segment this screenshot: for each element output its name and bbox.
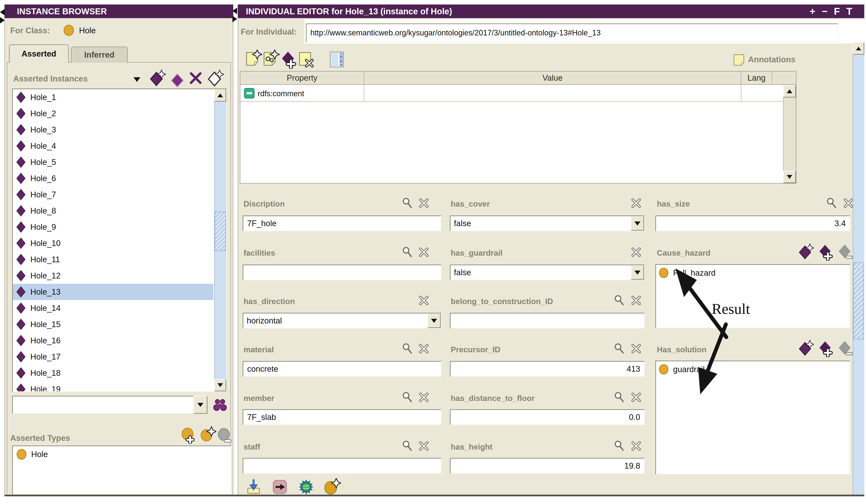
search-icon[interactable] — [401, 342, 413, 355]
column-header-property[interactable]: Property — [240, 71, 364, 84]
create-class-icon[interactable] — [324, 478, 341, 495]
list-item[interactable]: Hole_5 — [13, 154, 213, 170]
search-icon[interactable] — [401, 197, 413, 209]
delete-field-icon[interactable] — [630, 197, 642, 209]
has-size-input[interactable] — [655, 216, 850, 231]
individual-uri-input[interactable] — [306, 23, 838, 42]
list-item[interactable]: Hole_7 — [13, 186, 213, 203]
search-icon[interactable] — [613, 294, 625, 306]
delete-instance-icon[interactable] — [189, 71, 202, 85]
delete-field-icon[interactable] — [418, 440, 430, 452]
dropdown-button[interactable] — [428, 313, 441, 328]
list-item[interactable]: Hole_14 — [13, 300, 213, 316]
copy-instance-icon[interactable] — [208, 70, 224, 87]
delete-field-icon[interactable] — [630, 246, 642, 258]
list-item[interactable]: Hole_1 — [13, 89, 213, 105]
splitter-collapse-icon[interactable] — [232, 8, 237, 14]
instance-search-dropdown-button[interactable] — [193, 396, 208, 414]
list-item[interactable]: Hole_11 — [13, 251, 213, 267]
create-individual-icon[interactable] — [245, 49, 262, 68]
splitter-expand-icon[interactable] — [232, 16, 237, 22]
precursor-id-input[interactable] — [450, 361, 645, 377]
has-guardrail-select[interactable]: false — [450, 265, 645, 280]
list-item[interactable]: Hole_19 — [13, 381, 213, 392]
add-type-sparkle-icon[interactable] — [200, 426, 216, 443]
t-button[interactable]: T — [846, 5, 852, 17]
table-scrollbar[interactable] — [783, 85, 796, 183]
table-cell-property[interactable]: rdfs:comment — [258, 89, 304, 98]
form-view-icon[interactable] — [330, 51, 345, 68]
has-cover-select[interactable]: false — [450, 216, 645, 231]
forward-icon[interactable] — [273, 480, 287, 494]
dropdown-button[interactable] — [631, 216, 644, 231]
scroll-up-button[interactable] — [214, 89, 226, 102]
delete-field-icon[interactable] — [630, 343, 642, 355]
create-hazard-icon[interactable] — [799, 243, 814, 260]
add-hazard-icon[interactable] — [818, 244, 834, 261]
collapse-left-icon[interactable] — [0, 9, 5, 15]
instances-menu-icon[interactable] — [134, 77, 140, 82]
search-icon[interactable] — [613, 439, 625, 452]
delete-field-icon[interactable] — [418, 246, 430, 258]
staff-input[interactable] — [243, 458, 441, 474]
list-item[interactable]: Hole_3 — [13, 122, 213, 138]
scroll-down-button[interactable] — [214, 379, 226, 391]
list-item[interactable]: Hole_16 — [13, 332, 213, 349]
panel-scrollbar-thumb[interactable] — [853, 262, 864, 339]
list-item[interactable]: Hole_10 — [13, 235, 213, 251]
delete-field-icon[interactable] — [418, 343, 430, 355]
bug-icon[interactable] — [299, 479, 314, 495]
list-item[interactable]: Hole_2 — [13, 105, 213, 122]
add-solution-icon[interactable] — [818, 340, 834, 357]
list-item[interactable]: Hole_15 — [13, 316, 213, 332]
search-binoculars-icon[interactable] — [213, 397, 227, 413]
has-distance-to-floor-input[interactable] — [450, 409, 645, 425]
instance-list[interactable]: Hole_1 Hole_2 Hole_3 Hole_4 Hole_5 Hole_… — [12, 89, 227, 392]
table-scroll-down-button[interactable] — [783, 171, 796, 183]
scrollbar-thumb[interactable] — [215, 212, 226, 251]
search-icon[interactable] — [825, 197, 838, 209]
asserted-types-list[interactable]: Hole — [12, 446, 231, 495]
copy-individual-icon[interactable] — [262, 49, 280, 68]
delete-field-icon[interactable] — [418, 197, 430, 209]
list-item[interactable]: Hole_18 — [13, 365, 213, 381]
create-solution-icon[interactable] — [799, 340, 814, 356]
table-row[interactable] — [240, 85, 783, 102]
facilities-input[interactable] — [243, 265, 441, 280]
search-icon[interactable] — [401, 246, 413, 258]
column-header-lang[interactable]: Lang — [741, 71, 772, 84]
belong-to-construction-id-input[interactable] — [450, 313, 645, 329]
member-input[interactable] — [243, 409, 441, 425]
import-icon[interactable] — [246, 479, 261, 495]
list-item[interactable]: Hole_9 — [13, 219, 213, 235]
delete-field-icon[interactable] — [418, 295, 430, 306]
remove-hazard-icon[interactable] — [838, 244, 853, 260]
plus-button[interactable]: + — [810, 5, 815, 17]
expand-right-icon[interactable] — [0, 17, 5, 23]
discription-input[interactable] — [243, 216, 441, 231]
type-item[interactable]: Hole — [13, 446, 218, 462]
delete-field-icon[interactable] — [630, 391, 642, 403]
add-value-icon[interactable] — [281, 50, 297, 69]
create-instance-icon[interactable] — [149, 70, 166, 87]
list-item-selected[interactable]: Hole_13 — [13, 284, 213, 300]
search-icon[interactable] — [613, 342, 625, 355]
has-height-input[interactable] — [450, 458, 645, 474]
material-input[interactable] — [243, 361, 441, 377]
instance-icon[interactable] — [171, 73, 184, 88]
list-item[interactable]: Hole_6 — [13, 170, 213, 186]
list-item[interactable]: Hole_8 — [13, 203, 213, 219]
delete-value-icon[interactable] — [298, 49, 315, 68]
minus-button[interactable]: − — [822, 5, 828, 17]
delete-field-icon[interactable] — [630, 295, 642, 306]
dropdown-button[interactable] — [631, 265, 644, 280]
list-item[interactable]: Hole_4 — [13, 138, 213, 154]
add-type-icon[interactable] — [181, 427, 196, 444]
list-item[interactable]: Hole_17 — [13, 349, 213, 365]
remove-solution-icon[interactable] — [838, 341, 853, 357]
f-button[interactable]: F — [834, 5, 840, 17]
search-icon[interactable] — [613, 391, 625, 403]
search-icon[interactable] — [401, 439, 413, 452]
has-direction-select[interactable]: horizontal — [243, 313, 441, 329]
search-icon[interactable] — [401, 391, 413, 403]
